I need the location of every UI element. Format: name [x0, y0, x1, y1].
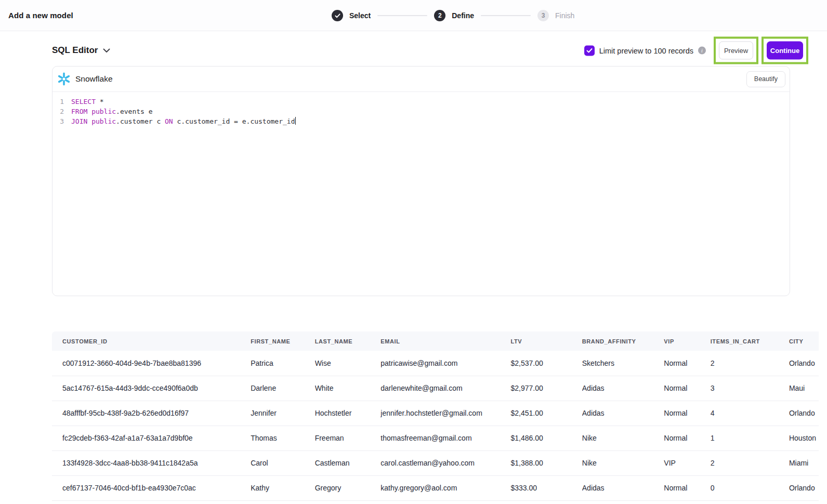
code-text: JOIN public.customer c ON c.customer_id … — [71, 116, 296, 126]
annotation-highlight-continue: Continue — [762, 37, 808, 64]
annotation-highlight-preview: Preview — [714, 37, 758, 64]
sql-editor-panel: Snowflake Beautify 1SELECT *2FROM public… — [52, 66, 790, 296]
checkmark-icon — [586, 48, 593, 53]
table-cell: Patrica — [251, 351, 314, 376]
table-cell: jennifer.hochstetler@gmail.com — [380, 401, 510, 426]
column-header: VIP — [664, 331, 710, 351]
table-cell: Sketchers — [582, 351, 664, 376]
table-cell: $2,977.00 — [510, 376, 582, 401]
editor-mode-dropdown[interactable]: SQL Editor — [52, 45, 110, 56]
table-cell: cef67137-7046-40cd-bf1b-ea4930e7c0ac — [52, 475, 251, 500]
stepper: Select2Define3Finish — [332, 0, 574, 31]
column-header: FIRST_NAME — [251, 331, 314, 351]
table-cell: Normal — [664, 351, 710, 376]
table-cell: Adidas — [582, 376, 664, 401]
step-check-icon — [332, 10, 343, 21]
table-cell: Wise — [315, 351, 381, 376]
code-text: FROM public.events e — [71, 107, 153, 116]
preview-button[interactable]: Preview — [719, 42, 753, 60]
table-row: 5ac14767-615a-44d3-9ddc-cce490f6a0dbDarl… — [52, 376, 819, 401]
step-select[interactable]: Select — [332, 10, 371, 21]
table-cell: darlenewhite@gmail.com — [380, 376, 510, 401]
table-cell: Castleman — [315, 450, 381, 475]
table-cell: Normal — [664, 376, 710, 401]
table-cell: Houston — [789, 426, 819, 450]
step-connector — [377, 15, 427, 16]
snowflake-icon — [57, 72, 71, 86]
table-cell: Carol — [251, 450, 314, 475]
beautify-button[interactable]: Beautify — [746, 71, 785, 87]
table-cell: Miami — [789, 450, 819, 475]
table-cell: Gregory — [315, 475, 381, 500]
column-header: CUSTOMER_ID — [52, 331, 251, 351]
table-cell: $2,537.00 — [510, 351, 582, 376]
table-cell: Normal — [664, 401, 710, 426]
code-text: SELECT * — [71, 97, 104, 107]
table-cell: 1 — [711, 426, 789, 450]
table-row: 133f4928-3dcc-4aa8-bb38-9411c1842a5aCaro… — [52, 450, 819, 475]
table-cell: 133f4928-3dcc-4aa8-bb38-9411c1842a5a — [52, 450, 251, 475]
table-row: c0071912-3660-404d-9e4b-7bae8ba81396Patr… — [52, 351, 819, 376]
step-label: Finish — [555, 11, 574, 20]
table-cell: $2,451.00 — [510, 401, 582, 426]
table-cell: Orlando — [789, 475, 819, 500]
code-line: 1SELECT * — [52, 97, 790, 107]
table-row: fc29cdeb-f363-42af-a1a7-63a1a7d9bf0eThom… — [52, 426, 819, 450]
table-cell: 0 — [711, 475, 789, 500]
table-cell: Freeman — [315, 426, 381, 450]
table-cell: 3 — [711, 376, 789, 401]
step-number: 3 — [537, 10, 549, 21]
table-cell: Hochstetler — [315, 401, 381, 426]
table-cell: 2 — [711, 450, 789, 475]
step-finish[interactable]: 3Finish — [537, 10, 574, 21]
code-line: 2FROM public.events e — [52, 107, 790, 116]
code-line: 3JOIN public.customer c ON c.customer_id… — [52, 116, 790, 126]
table-cell: Maui — [789, 376, 819, 401]
top-bar: Add a new model Select2Define3Finish — [0, 0, 827, 31]
table-row: 48afffbf-95cb-438f-9a2b-626ed0d16f97Jenn… — [52, 401, 819, 426]
table-cell: thomasfreeman@gmail.com — [380, 426, 510, 450]
table-cell: c0071912-3660-404d-9e4b-7bae8ba81396 — [52, 351, 251, 376]
table-cell: $1,486.00 — [510, 426, 582, 450]
table-cell: 48afffbf-95cb-438f-9a2b-626ed0d16f97 — [52, 401, 251, 426]
page-title: Add a new model — [8, 11, 73, 20]
limit-preview-checkbox[interactable] — [584, 45, 595, 56]
step-define[interactable]: 2Define — [434, 10, 474, 21]
info-icon[interactable]: i — [698, 47, 706, 55]
table-body: c0071912-3660-404d-9e4b-7bae8ba81396Patr… — [52, 351, 819, 500]
table-cell: Darlene — [251, 376, 314, 401]
chevron-down-icon — [103, 48, 110, 53]
line-number: 1 — [52, 97, 64, 107]
table-cell: VIP — [664, 450, 710, 475]
table-cell: Adidas — [582, 401, 664, 426]
step-label: Define — [452, 11, 474, 20]
sql-code-editor[interactable]: 1SELECT *2FROM public.events e3JOIN publ… — [52, 92, 790, 296]
table-row: cef67137-7046-40cd-bf1b-ea4930e7c0acKath… — [52, 475, 819, 500]
table-cell: 4 — [711, 401, 789, 426]
toolbar-row: SQL Editor Limit preview to 100 records … — [52, 41, 827, 60]
continue-button[interactable]: Continue — [767, 42, 803, 60]
column-header: CITY — [789, 331, 819, 351]
editor-header: Snowflake Beautify — [52, 67, 790, 92]
table-cell: Normal — [664, 426, 710, 450]
line-number: 3 — [52, 116, 64, 126]
column-header: LTV — [510, 331, 582, 351]
step-label: Select — [349, 11, 371, 20]
table-cell: fc29cdeb-f363-42af-a1a7-63a1a7d9bf0e — [52, 426, 251, 450]
table-cell: White — [315, 376, 381, 401]
table-cell: Nike — [582, 450, 664, 475]
table-cell: Kathy — [251, 475, 314, 500]
table-cell: Orlando — [789, 401, 819, 426]
table-cell: Orlando — [789, 351, 819, 376]
table-cell: Normal — [664, 475, 710, 500]
column-header: LAST_NAME — [315, 331, 381, 351]
column-header: ITEMS_IN_CART — [711, 331, 789, 351]
table-cell: patricawise@gmail.com — [380, 351, 510, 376]
table-cell: $1,388.00 — [510, 450, 582, 475]
table-cell: Nike — [582, 426, 664, 450]
text-cursor — [295, 117, 296, 125]
table-cell: Adidas — [582, 475, 664, 500]
table-cell: kathy.gregory@aol.com — [380, 475, 510, 500]
toolbar-actions: Limit preview to 100 records i Preview C… — [584, 37, 808, 64]
limit-preview-label: Limit preview to 100 records — [599, 46, 693, 55]
